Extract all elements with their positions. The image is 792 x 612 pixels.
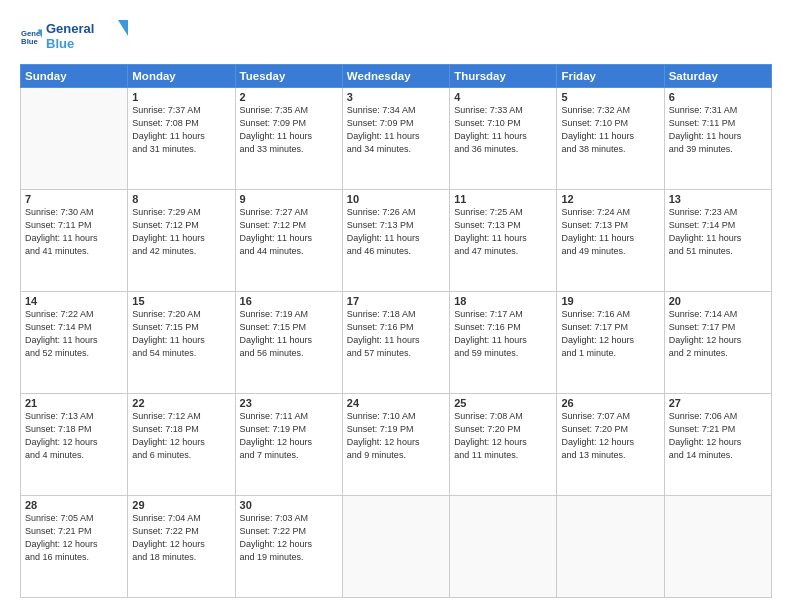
calendar-cell: 2Sunrise: 7:35 AM Sunset: 7:09 PM Daylig… <box>235 88 342 190</box>
calendar-cell: 11Sunrise: 7:25 AM Sunset: 7:13 PM Dayli… <box>450 190 557 292</box>
day-number: 19 <box>561 295 659 307</box>
day-number: 11 <box>454 193 552 205</box>
calendar-cell <box>342 496 449 598</box>
day-number: 9 <box>240 193 338 205</box>
day-number: 5 <box>561 91 659 103</box>
calendar-cell <box>21 88 128 190</box>
calendar-cell: 28Sunrise: 7:05 AM Sunset: 7:21 PM Dayli… <box>21 496 128 598</box>
day-number: 30 <box>240 499 338 511</box>
day-number: 20 <box>669 295 767 307</box>
day-number: 18 <box>454 295 552 307</box>
day-number: 23 <box>240 397 338 409</box>
calendar-cell: 23Sunrise: 7:11 AM Sunset: 7:19 PM Dayli… <box>235 394 342 496</box>
day-info: Sunrise: 7:04 AM Sunset: 7:22 PM Dayligh… <box>132 512 230 564</box>
svg-text:Blue: Blue <box>21 37 38 46</box>
calendar-cell: 27Sunrise: 7:06 AM Sunset: 7:21 PM Dayli… <box>664 394 771 496</box>
day-number: 12 <box>561 193 659 205</box>
calendar-cell <box>557 496 664 598</box>
day-info: Sunrise: 7:26 AM Sunset: 7:13 PM Dayligh… <box>347 206 445 258</box>
calendar-cell: 15Sunrise: 7:20 AM Sunset: 7:15 PM Dayli… <box>128 292 235 394</box>
day-number: 29 <box>132 499 230 511</box>
calendar-cell: 18Sunrise: 7:17 AM Sunset: 7:16 PM Dayli… <box>450 292 557 394</box>
calendar-cell: 13Sunrise: 7:23 AM Sunset: 7:14 PM Dayli… <box>664 190 771 292</box>
day-info: Sunrise: 7:08 AM Sunset: 7:20 PM Dayligh… <box>454 410 552 462</box>
day-number: 16 <box>240 295 338 307</box>
svg-text:Blue: Blue <box>46 36 74 51</box>
calendar-week-row: 21Sunrise: 7:13 AM Sunset: 7:18 PM Dayli… <box>21 394 772 496</box>
calendar-week-row: 28Sunrise: 7:05 AM Sunset: 7:21 PM Dayli… <box>21 496 772 598</box>
calendar-cell: 14Sunrise: 7:22 AM Sunset: 7:14 PM Dayli… <box>21 292 128 394</box>
day-info: Sunrise: 7:22 AM Sunset: 7:14 PM Dayligh… <box>25 308 123 360</box>
calendar-week-row: 14Sunrise: 7:22 AM Sunset: 7:14 PM Dayli… <box>21 292 772 394</box>
day-info: Sunrise: 7:31 AM Sunset: 7:11 PM Dayligh… <box>669 104 767 156</box>
day-info: Sunrise: 7:05 AM Sunset: 7:21 PM Dayligh… <box>25 512 123 564</box>
day-number: 17 <box>347 295 445 307</box>
day-info: Sunrise: 7:14 AM Sunset: 7:17 PM Dayligh… <box>669 308 767 360</box>
calendar-cell: 21Sunrise: 7:13 AM Sunset: 7:18 PM Dayli… <box>21 394 128 496</box>
svg-marker-5 <box>118 20 128 36</box>
day-number: 14 <box>25 295 123 307</box>
calendar-cell: 20Sunrise: 7:14 AM Sunset: 7:17 PM Dayli… <box>664 292 771 394</box>
calendar-cell: 22Sunrise: 7:12 AM Sunset: 7:18 PM Dayli… <box>128 394 235 496</box>
logo-svg: General Blue <box>46 18 136 54</box>
calendar-day-header: Thursday <box>450 65 557 88</box>
calendar-header-row: SundayMondayTuesdayWednesdayThursdayFrid… <box>21 65 772 88</box>
day-number: 3 <box>347 91 445 103</box>
day-info: Sunrise: 7:23 AM Sunset: 7:14 PM Dayligh… <box>669 206 767 258</box>
day-info: Sunrise: 7:35 AM Sunset: 7:09 PM Dayligh… <box>240 104 338 156</box>
day-number: 6 <box>669 91 767 103</box>
day-number: 21 <box>25 397 123 409</box>
calendar-cell <box>450 496 557 598</box>
logo: General Blue General Blue <box>20 18 136 54</box>
svg-text:General: General <box>46 21 94 36</box>
day-info: Sunrise: 7:17 AM Sunset: 7:16 PM Dayligh… <box>454 308 552 360</box>
day-number: 13 <box>669 193 767 205</box>
day-info: Sunrise: 7:32 AM Sunset: 7:10 PM Dayligh… <box>561 104 659 156</box>
day-info: Sunrise: 7:11 AM Sunset: 7:19 PM Dayligh… <box>240 410 338 462</box>
day-info: Sunrise: 7:27 AM Sunset: 7:12 PM Dayligh… <box>240 206 338 258</box>
calendar-cell: 10Sunrise: 7:26 AM Sunset: 7:13 PM Dayli… <box>342 190 449 292</box>
day-info: Sunrise: 7:03 AM Sunset: 7:22 PM Dayligh… <box>240 512 338 564</box>
day-info: Sunrise: 7:20 AM Sunset: 7:15 PM Dayligh… <box>132 308 230 360</box>
day-info: Sunrise: 7:19 AM Sunset: 7:15 PM Dayligh… <box>240 308 338 360</box>
day-info: Sunrise: 7:24 AM Sunset: 7:13 PM Dayligh… <box>561 206 659 258</box>
day-number: 24 <box>347 397 445 409</box>
day-number: 27 <box>669 397 767 409</box>
calendar-cell: 25Sunrise: 7:08 AM Sunset: 7:20 PM Dayli… <box>450 394 557 496</box>
calendar-cell: 1Sunrise: 7:37 AM Sunset: 7:08 PM Daylig… <box>128 88 235 190</box>
calendar-cell: 19Sunrise: 7:16 AM Sunset: 7:17 PM Dayli… <box>557 292 664 394</box>
calendar-cell: 8Sunrise: 7:29 AM Sunset: 7:12 PM Daylig… <box>128 190 235 292</box>
calendar-day-header: Tuesday <box>235 65 342 88</box>
logo-icon: General Blue <box>20 25 42 47</box>
day-info: Sunrise: 7:33 AM Sunset: 7:10 PM Dayligh… <box>454 104 552 156</box>
calendar-cell: 30Sunrise: 7:03 AM Sunset: 7:22 PM Dayli… <box>235 496 342 598</box>
header: General Blue General Blue <box>20 18 772 54</box>
calendar-cell: 17Sunrise: 7:18 AM Sunset: 7:16 PM Dayli… <box>342 292 449 394</box>
day-info: Sunrise: 7:06 AM Sunset: 7:21 PM Dayligh… <box>669 410 767 462</box>
day-number: 1 <box>132 91 230 103</box>
calendar-cell: 5Sunrise: 7:32 AM Sunset: 7:10 PM Daylig… <box>557 88 664 190</box>
calendar-cell: 12Sunrise: 7:24 AM Sunset: 7:13 PM Dayli… <box>557 190 664 292</box>
day-info: Sunrise: 7:10 AM Sunset: 7:19 PM Dayligh… <box>347 410 445 462</box>
calendar-cell: 7Sunrise: 7:30 AM Sunset: 7:11 PM Daylig… <box>21 190 128 292</box>
day-info: Sunrise: 7:12 AM Sunset: 7:18 PM Dayligh… <box>132 410 230 462</box>
calendar-cell: 9Sunrise: 7:27 AM Sunset: 7:12 PM Daylig… <box>235 190 342 292</box>
day-number: 26 <box>561 397 659 409</box>
calendar-day-header: Sunday <box>21 65 128 88</box>
day-info: Sunrise: 7:18 AM Sunset: 7:16 PM Dayligh… <box>347 308 445 360</box>
calendar-cell: 24Sunrise: 7:10 AM Sunset: 7:19 PM Dayli… <box>342 394 449 496</box>
day-number: 8 <box>132 193 230 205</box>
calendar-week-row: 1Sunrise: 7:37 AM Sunset: 7:08 PM Daylig… <box>21 88 772 190</box>
calendar-cell: 3Sunrise: 7:34 AM Sunset: 7:09 PM Daylig… <box>342 88 449 190</box>
calendar-cell: 6Sunrise: 7:31 AM Sunset: 7:11 PM Daylig… <box>664 88 771 190</box>
day-info: Sunrise: 7:29 AM Sunset: 7:12 PM Dayligh… <box>132 206 230 258</box>
day-info: Sunrise: 7:07 AM Sunset: 7:20 PM Dayligh… <box>561 410 659 462</box>
day-number: 4 <box>454 91 552 103</box>
calendar-cell <box>664 496 771 598</box>
day-info: Sunrise: 7:34 AM Sunset: 7:09 PM Dayligh… <box>347 104 445 156</box>
day-number: 22 <box>132 397 230 409</box>
day-info: Sunrise: 7:37 AM Sunset: 7:08 PM Dayligh… <box>132 104 230 156</box>
calendar-day-header: Monday <box>128 65 235 88</box>
calendar-day-header: Wednesday <box>342 65 449 88</box>
calendar-cell: 16Sunrise: 7:19 AM Sunset: 7:15 PM Dayli… <box>235 292 342 394</box>
